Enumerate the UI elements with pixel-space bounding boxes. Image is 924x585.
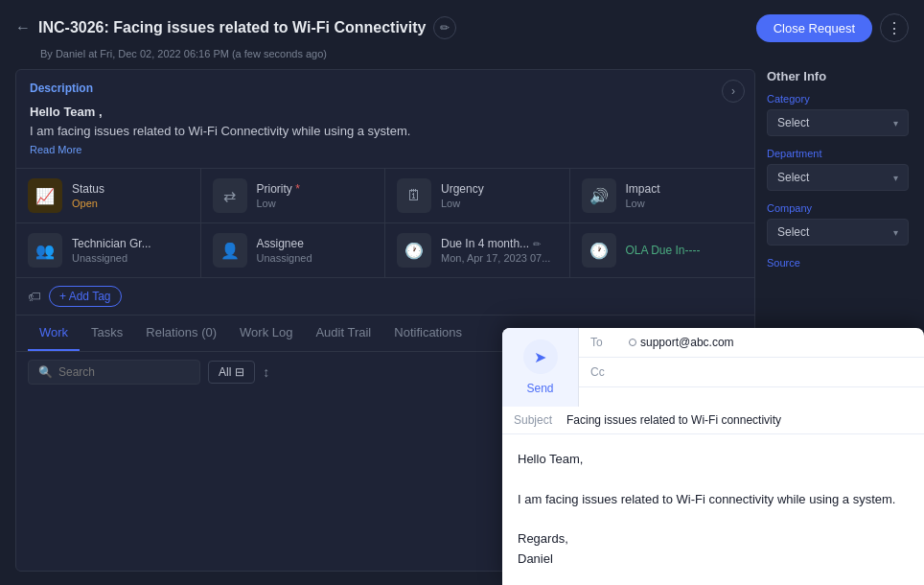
priority-card[interactable]: ⇄ Priority * Low	[201, 169, 386, 222]
company-value: Select	[777, 225, 809, 239]
tech-group-value: Unassigned	[72, 252, 151, 264]
description-label: Description	[30, 82, 741, 95]
ola-due-card[interactable]: 🕐 OLA Due In----	[570, 223, 755, 277]
close-request-button[interactable]: Close Request	[756, 14, 872, 42]
category-field: Category Select ▾	[767, 93, 909, 136]
category-label: Category	[767, 93, 909, 105]
email-subject-row: Subject Facing issues related to Wi-Fi c…	[502, 407, 924, 434]
company-select[interactable]: Select ▾	[767, 219, 909, 246]
sort-button[interactable]: ↕	[263, 364, 269, 380]
status-info: Status Open	[72, 182, 104, 209]
department-select[interactable]: Select ▾	[767, 164, 909, 191]
to-label: To	[590, 336, 629, 349]
due-date-icon: 🕐	[397, 233, 431, 268]
status-value: Open	[72, 198, 104, 209]
tab-audit-trail[interactable]: Audit Trail	[304, 316, 382, 351]
to-indicator	[629, 339, 636, 346]
impact-label: Impact	[626, 182, 660, 196]
description-section: Description Hello Team , I am facing iss…	[16, 70, 754, 169]
company-chevron: ▾	[893, 227, 898, 238]
send-icon: ➤	[523, 339, 558, 374]
search-input[interactable]	[58, 365, 190, 379]
urgency-icon: 🗓	[397, 178, 431, 213]
email-to-row: To support@abc.com	[579, 328, 924, 358]
tech-group-info: Technician Gr... Unassigned	[72, 237, 151, 264]
assignee-icon: 👤	[213, 233, 247, 268]
ola-info: OLA Due In----	[626, 244, 701, 257]
email-compose-popup: ➤ Send To support@abc.com Cc Subject Fac…	[502, 328, 924, 585]
subject-value: Facing issues related to Wi-Fi connectiv…	[566, 413, 781, 427]
email-header: ➤ Send To support@abc.com Cc	[502, 328, 924, 407]
assignee-info: Assignee Unassigned	[257, 237, 312, 264]
ticket-title: INC-3026: Facing issues related to Wi-Fi…	[38, 19, 426, 36]
priority-label: Priority *	[257, 182, 300, 196]
tab-relations[interactable]: Relations (0)	[134, 316, 228, 351]
urgency-card[interactable]: 🗓 Urgency Low	[385, 169, 570, 222]
status-icon: 📈	[28, 178, 62, 213]
source-label: Source	[767, 257, 909, 269]
department-chevron: ▾	[893, 173, 898, 183]
description-text: Hello Team , I am facing issues related …	[30, 103, 741, 140]
priority-info: Priority * Low	[257, 182, 300, 209]
status-card[interactable]: 📈 Status Open	[16, 169, 201, 222]
company-label: Company	[767, 202, 909, 214]
category-value: Select	[777, 116, 809, 129]
expand-icon: ›	[731, 84, 735, 98]
impact-info: Impact Low	[626, 182, 660, 209]
send-label[interactable]: Send	[526, 382, 553, 395]
search-box[interactable]: 🔍	[28, 360, 200, 385]
edit-title-button[interactable]: ✏	[433, 16, 456, 39]
ola-icon: 🕐	[582, 233, 616, 268]
subject-label: Subject	[514, 413, 566, 427]
tech-group-icon: 👥	[28, 233, 62, 268]
status-cards-row: 📈 Status Open ⇄ Priority * Low 🗓	[16, 169, 754, 223]
due-date-value: Mon, Apr 17, 2023 07...	[441, 252, 550, 264]
due-date-info: Due In 4 month... ✏ Mon, Apr 17, 2023 07…	[441, 237, 550, 264]
tags-row: 🏷 + Add Tag	[16, 278, 754, 316]
technician-group-card[interactable]: 👥 Technician Gr... Unassigned	[16, 223, 201, 277]
expand-description-button[interactable]: ›	[722, 80, 745, 103]
impact-card[interactable]: 🔊 Impact Low	[570, 169, 755, 222]
assignee-cards-row: 👥 Technician Gr... Unassigned 👤 Assignee…	[16, 223, 754, 278]
cc-label: Cc	[590, 365, 629, 379]
priority-value: Low	[257, 198, 300, 209]
company-field: Company Select ▾	[767, 202, 909, 246]
email-cc-row: Cc	[579, 358, 924, 387]
urgency-info: Urgency Low	[441, 182, 484, 209]
tab-work-log[interactable]: Work Log	[228, 316, 304, 351]
impact-icon: 🔊	[582, 178, 616, 213]
ticket-subtitle: By Daniel at Fri, Dec 02, 2022 06:16 PM …	[40, 48, 909, 59]
category-select[interactable]: Select ▾	[767, 109, 909, 136]
add-tag-button[interactable]: + Add Tag	[49, 286, 122, 307]
tag-icon: 🏷	[28, 289, 41, 304]
assignee-value: Unassigned	[257, 252, 312, 264]
due-date-card[interactable]: 🕐 Due In 4 month... ✏ Mon, Apr 17, 2023 …	[385, 223, 570, 277]
tab-work[interactable]: Work	[28, 316, 80, 351]
tab-tasks[interactable]: Tasks	[80, 316, 134, 351]
email-body[interactable]: Hello Team, I am facing issues related t…	[502, 434, 924, 585]
assignee-card[interactable]: 👤 Assignee Unassigned	[201, 223, 386, 277]
urgency-label: Urgency	[441, 182, 484, 196]
read-more-link[interactable]: Read More	[30, 144, 81, 155]
impact-value: Low	[626, 198, 660, 209]
category-chevron: ▾	[893, 118, 898, 129]
cc-input[interactable]	[629, 365, 912, 379]
other-info-title: Other Info	[767, 69, 909, 83]
department-value: Select	[777, 171, 809, 184]
back-button[interactable]: ←	[15, 19, 31, 36]
more-options-button[interactable]: ⋮	[880, 13, 909, 42]
search-icon: 🔍	[38, 365, 53, 379]
urgency-value: Low	[441, 198, 484, 209]
tab-notifications[interactable]: Notifications	[382, 316, 474, 351]
due-date-label: Due In 4 month...	[441, 237, 529, 250]
due-date-edit-icon[interactable]: ✏	[533, 239, 541, 249]
filter-icon: ⊟	[235, 365, 244, 379]
source-field: Source	[767, 257, 909, 269]
edit-icon: ✏	[440, 21, 450, 35]
priority-icon: ⇄	[213, 178, 247, 213]
ola-label: OLA Due In----	[626, 244, 701, 257]
email-fields: To support@abc.com Cc	[579, 328, 924, 407]
filter-all-button[interactable]: All ⊟	[208, 361, 255, 384]
tech-group-label: Technician Gr...	[72, 237, 151, 250]
to-value[interactable]: support@abc.com	[640, 336, 734, 349]
